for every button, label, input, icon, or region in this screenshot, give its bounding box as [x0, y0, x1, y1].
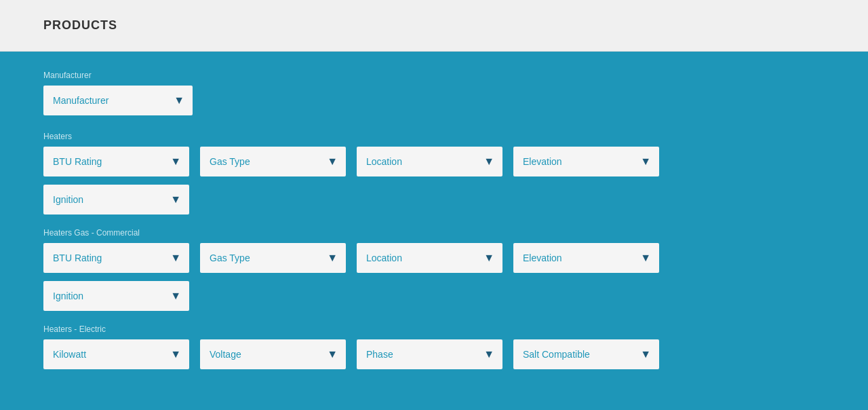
- heaters-electric-row1: Kilowatt ▼ Voltage ▼ Phase ▼ Salt Compat…: [43, 339, 825, 369]
- heaters-electric-section: Heaters - Electric Kilowatt ▼ Voltage ▼ …: [43, 324, 825, 369]
- heaters-row1: BTU Rating ▼ Gas Type ▼ Location ▼ Eleva…: [43, 147, 825, 176]
- heaters-row2: Ignition ▼: [43, 185, 825, 215]
- heaters-btu-select[interactable]: BTU Rating: [43, 147, 189, 176]
- hgc-btu-wrapper: BTU Rating ▼: [43, 243, 189, 273]
- he-salt-compatible-wrapper: Salt Compatible ▼: [513, 339, 659, 369]
- hgc-ignition-wrapper: Ignition ▼: [43, 281, 189, 311]
- he-phase-select[interactable]: Phase: [357, 339, 502, 369]
- hgc-location-wrapper: Location ▼: [357, 243, 502, 273]
- heaters-elevation-wrapper: Elevation ▼: [513, 147, 659, 176]
- main-content: Manufacturer Manufacturer ▼ Heaters BTU …: [0, 52, 868, 410]
- he-kilowatt-select[interactable]: Kilowatt: [43, 339, 189, 369]
- heaters-gas-commercial-row1: BTU Rating ▼ Gas Type ▼ Location ▼ Eleva…: [43, 243, 825, 273]
- hgc-ignition-select[interactable]: Ignition: [43, 281, 189, 311]
- he-kilowatt-wrapper: Kilowatt ▼: [43, 339, 189, 369]
- heaters-gas-commercial-section: Heaters Gas - Commercial BTU Rating ▼ Ga…: [43, 228, 825, 311]
- he-phase-wrapper: Phase ▼: [357, 339, 502, 369]
- heaters-ignition-wrapper: Ignition ▼: [43, 185, 189, 215]
- heaters-gastype-wrapper: Gas Type ▼: [200, 147, 346, 176]
- heaters-electric-label: Heaters - Electric: [43, 324, 825, 334]
- heaters-elevation-select[interactable]: Elevation: [513, 147, 659, 176]
- page-header: PRODUCTS: [0, 0, 868, 52]
- heaters-label: Heaters: [43, 132, 825, 141]
- heaters-section: Heaters BTU Rating ▼ Gas Type ▼ Location…: [43, 132, 825, 215]
- manufacturer-select[interactable]: Manufacturer: [43, 86, 193, 115]
- heaters-gastype-select[interactable]: Gas Type: [200, 147, 346, 176]
- hgc-elevation-wrapper: Elevation ▼: [513, 243, 659, 273]
- he-salt-compatible-select[interactable]: Salt Compatible: [513, 339, 659, 369]
- hgc-location-select[interactable]: Location: [357, 243, 502, 273]
- heaters-gas-commercial-row2: Ignition ▼: [43, 281, 825, 311]
- hgc-gastype-wrapper: Gas Type ▼: [200, 243, 346, 273]
- heaters-location-select[interactable]: Location: [357, 147, 502, 176]
- manufacturer-dropdown-wrapper: Manufacturer ▼: [43, 86, 193, 115]
- manufacturer-label: Manufacturer: [43, 71, 825, 80]
- heaters-ignition-select[interactable]: Ignition: [43, 185, 189, 215]
- heaters-btu-wrapper: BTU Rating ▼: [43, 147, 189, 176]
- he-voltage-wrapper: Voltage ▼: [200, 339, 346, 369]
- he-voltage-select[interactable]: Voltage: [200, 339, 346, 369]
- manufacturer-section: Manufacturer Manufacturer ▼: [43, 71, 825, 115]
- heaters-gas-commercial-label: Heaters Gas - Commercial: [43, 228, 825, 238]
- page-title: PRODUCTS: [43, 18, 117, 33]
- hgc-btu-select[interactable]: BTU Rating: [43, 243, 189, 273]
- hgc-elevation-select[interactable]: Elevation: [513, 243, 659, 273]
- manufacturer-row: Manufacturer ▼: [43, 86, 825, 115]
- hgc-gastype-select[interactable]: Gas Type: [200, 243, 346, 273]
- heaters-location-wrapper: Location ▼: [357, 147, 502, 176]
